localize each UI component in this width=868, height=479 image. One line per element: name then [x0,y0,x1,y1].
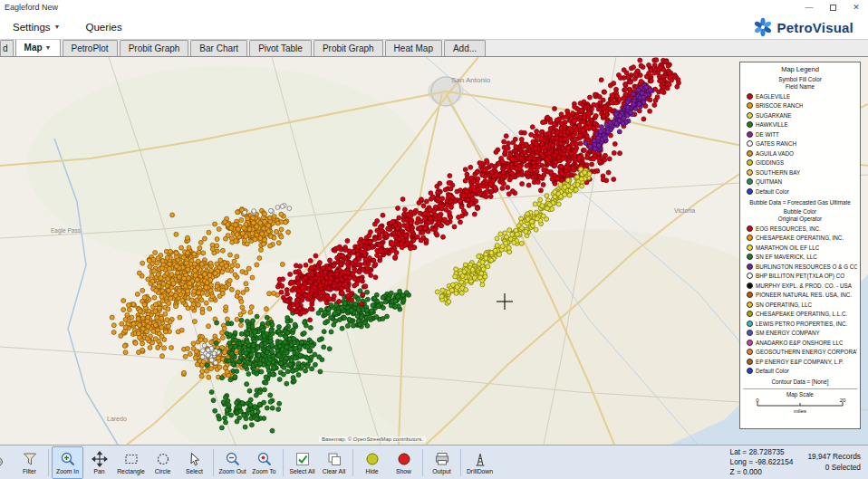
svg-text:20: 20 [840,398,846,403]
clear-all-icon [326,451,342,467]
map-attribution: Basemap: © OpenStreetMap contributors. [319,436,426,442]
legend-swatch-icon [747,178,753,185]
status-area: Lat = 28.728735 Long = -98.622154 Z = 0.… [730,447,868,476]
legend-field-item: QUITMAN [743,177,857,187]
legend-swatch-icon [747,263,753,270]
tab-petroplot[interactable]: PetroPlot [63,40,118,56]
title-bar: Eagleford New — ✕ [0,0,868,14]
window-title: Eagleford New [5,3,58,12]
legend-swatch-icon [747,169,753,176]
toolbar-rectangle-button[interactable]: Rectangle [115,446,147,479]
legend-swatch-icon [747,188,753,195]
restore-icon [830,5,836,11]
legend-field-item: Default Color [743,187,857,196]
tab-heat-map[interactable]: Heat Map [385,40,442,56]
legend-bubble-header-1: Bubble Color [743,208,857,216]
legend-swatch-icon [747,273,753,279]
map-toolbar: FilterZoom InPanRectangleCircleSelectZoo… [0,445,868,479]
tab-partial[interactable]: d [0,40,14,56]
legend-operator-item: MARATHON OIL EF LLC [743,243,857,253]
legend-operator-item: SN EF MAVERICK, LLC [743,253,857,263]
legend-swatch-icon [747,121,753,128]
drilldown-icon [472,451,488,467]
legend-bubble-data: Bubble Data = Forecasted Gas Ultimate [743,199,857,206]
zoom-to-icon [256,451,273,467]
legend-contour: Contour Data = [None] [743,378,857,386]
output-icon [434,451,450,467]
menu-queries[interactable]: Queries [86,22,122,33]
legend-operator-item: GEOSOUTHERN ENERGY CORPORATION [743,348,857,358]
hide-icon [364,451,381,467]
legend-swatch-icon [747,254,753,260]
map-canvas[interactable]: San AntonioVictoriaEagle PassLaredo Base… [0,57,868,445]
toolbar-filter-button[interactable]: Filter [14,446,45,479]
toolbar-pan-button[interactable]: Pan [83,446,115,479]
pan-icon [92,451,108,467]
menu-queries-label: Queries [86,22,122,33]
legend-bubble-header-2: Original Operator [743,216,857,223]
legend-operator-item: ANADARKO E&P ONSHORE LLC [743,338,857,348]
legend-field-item: GIDDINGS [743,158,857,168]
legend-field-item: AGUILA VADO [743,148,857,158]
tab-pivot-table[interactable]: Pivot Table [249,40,312,56]
restore-button[interactable] [821,0,844,14]
map-city-label: San Antonio [451,76,491,84]
legend-swatch-icon [747,131,753,138]
rectangle-icon [123,451,140,467]
map-city-label: Eagle Pass [51,227,82,235]
map-city-label: Victoria [674,207,695,214]
minimize-button[interactable]: — [797,0,821,14]
toolbar-select-all-button[interactable]: Select All [286,446,318,479]
legend-swatch-icon [747,283,753,289]
legend-swatch-icon [747,349,753,355]
circle-icon [155,451,171,467]
legend-operator-item: SN OPERATING, LLC [743,300,857,310]
legend-operator-item: Default Color [743,367,857,377]
toolbar-circle-button[interactable]: Circle [147,446,178,479]
toolbar-zoom-out-button[interactable]: Zoom Out [217,446,248,479]
legend-operator-item: EOG RESOURCES, INC. [743,224,857,234]
tab-probit-graph[interactable]: Probit Graph [313,40,383,56]
legend-swatch-icon [747,225,753,232]
map-scale: Map Scale 0 20 miles [743,388,857,416]
legend-swatch-icon [747,340,753,346]
toolbar-partial-button[interactable] [0,446,14,479]
close-button[interactable]: ✕ [844,0,868,14]
toolbar-zoom-in-button[interactable]: Zoom In [52,446,83,479]
toolbar-output-button[interactable]: Output [426,446,458,479]
zoom-out-icon [225,451,241,467]
tab-probit-graph[interactable]: Probit Graph [120,40,189,56]
toolbar-zoom-to-button[interactable]: Zoom To [248,446,280,479]
toolbar-clear-all-button[interactable]: Clear All [318,446,350,479]
chevron-down-icon: ▼ [54,24,61,30]
select-all-icon [294,451,311,467]
legend-swatch-icon [747,311,753,317]
legend-swatch-icon [747,102,753,109]
record-counts: 19,947 Records 0 Selected [807,452,861,473]
legend-field-item: SUGARKANE [743,110,857,120]
tab-bar-chart[interactable]: Bar Chart [190,40,247,56]
legend-swatch-icon [747,235,753,241]
legend-swatch-icon [747,112,753,119]
toolbar-separator [48,449,49,476]
legend-title: Map Legend [743,65,857,73]
legend-swatch-icon [747,302,753,308]
legend-field-item: HAWKVILLE [743,120,857,130]
legend-field-item: DE WITT [743,129,857,139]
toolbar-hide-button[interactable]: Hide [356,446,388,479]
brand-name: PetroVisual [777,20,854,35]
tab-add[interactable]: Add... [444,40,486,56]
toolbar-separator [352,449,353,476]
legend-operator-item: LEWIS PETRO PROPERTIES, INC. [743,319,857,329]
svg-text:miles: miles [794,408,806,414]
toolbar-show-button[interactable]: Show [388,446,420,479]
legend-field-item: BRISCOE RANCH [743,101,857,111]
tab-map[interactable]: Map▼ [15,39,61,56]
menu-settings[interactable]: Settings ▼ [13,22,61,33]
toolbar-drilldown-button[interactable]: DrillDown [464,446,496,479]
legend-operator-item: EP ENERGY E&P COMPANY, L.P. [743,357,857,367]
tab-strip: dMap▼PetroPlotProbit GraphBar ChartPivot… [0,39,868,57]
toolbar-select-button[interactable]: Select [178,446,210,479]
legend-operators: EOG RESOURCES, INC.CHESAPEAKE OPERATING,… [743,224,857,376]
legend-swatch-icon [747,159,753,166]
